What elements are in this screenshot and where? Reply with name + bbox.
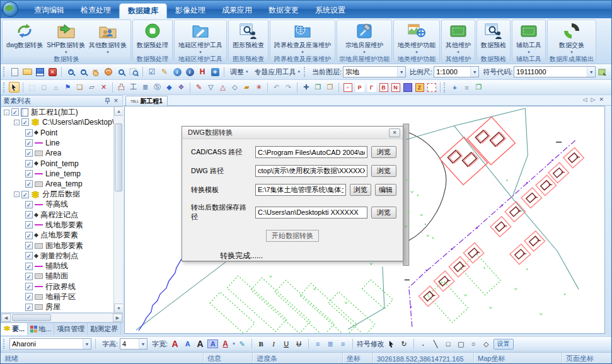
checkbox-checked[interactable]: ✓ [21,191,29,198]
tab-database-build[interactable]: 数据建库 [119,3,167,18]
tab-image-process[interactable]: 影像处理 [167,2,214,18]
list-view-icon[interactable]: ≡ [461,82,472,93]
save-icon[interactable] [34,66,45,77]
output-path-browse-button[interactable]: 浏览 [371,207,396,219]
tree-item-dataset[interactable]: -✓分层后数据 [1,189,122,199]
select-cursor-tool[interactable] [9,82,20,93]
scroll-left-icon[interactable]: ◀ [1,314,11,322]
checkbox-checked[interactable]: ✓ [25,170,33,178]
zoom-out-icon[interactable] [78,66,89,77]
toolbar-grip[interactable] [444,82,446,93]
tab-project-manage[interactable]: 项目管理 [54,323,88,335]
chevron-down-icon[interactable]: ▼ [470,67,478,77]
tree-item-layer[interactable]: ✓Point [1,128,122,138]
tab-query-edit[interactable]: 查询编辑 [26,2,72,18]
select-elements-icon[interactable]: ⬚ [26,82,37,93]
parcel-gamma-icon[interactable]: Γ [366,82,377,93]
delete-feature-icon[interactable]: ✕ [98,82,109,93]
tree-item-layer[interactable]: ✓Point_temp [1,158,122,168]
tree-horizontal-scrollbar[interactable]: ◀ ▶ [1,313,123,322]
align-center-icon[interactable]: ≣ [325,339,336,350]
dwg-path-browse-button[interactable]: 浏览 [371,165,396,177]
scroll-down-icon[interactable]: ▼ [114,304,124,313]
hatch-tool-icon[interactable]: ≣ [140,82,151,93]
tree-item-layer[interactable]: ✓行政界线 [1,282,122,292]
checkbox-checked[interactable]: ✓ [25,283,33,290]
tree-item-layer[interactable]: ✓测量控制点 [1,251,122,261]
start-convert-button[interactable]: 开始数据转换 [266,230,319,242]
move-tool-icon[interactable]: ✚ [301,82,311,93]
parcel-house-maintain-button[interactable]: 宗地房屋维护 ▾ [344,21,385,55]
tree-item-layer[interactable]: ✓点地形要素 [1,230,122,241]
other-maintain-button[interactable]: 其他维护 ▾ [444,21,473,55]
pick-cursor-icon[interactable] [386,339,397,350]
dwg-path-input[interactable] [255,165,367,177]
tree-item-layer[interactable]: ✓面地形要素 [1,241,122,251]
chevron-down-icon[interactable]: ▼ [139,339,147,349]
tree-item-layer[interactable]: ✓辅助面 [1,271,122,282]
symbol-s-tool-icon[interactable]: Ⓢ [152,82,163,93]
font-boxed-icon[interactable]: A [207,339,218,348]
draw-triangle-icon[interactable]: △ [217,82,228,93]
chevron-down-icon[interactable]: ▼ [83,339,91,349]
draw-rounded-rect-icon[interactable]: ▢ [456,339,466,350]
tab-system-settings[interactable]: 系统设置 [307,2,354,18]
apply-symbol-icon[interactable] [597,66,608,77]
tree-item-layer[interactable]: ✓房屋 [1,302,122,312]
collapse-icon[interactable]: - [14,120,20,125]
data-precheck-button[interactable]: 数据预检 [479,21,508,55]
checkbox-checked[interactable]: ✓ [11,108,19,116]
chevron-down-icon[interactable]: ▾ [233,341,235,346]
info-alt-icon[interactable]: i [184,66,195,77]
checkbox-tool-icon[interactable]: ☑ [146,66,158,77]
pin-icon[interactable] [103,96,112,105]
scroll-up-icon[interactable]: ▲ [114,106,124,116]
symbol-edit-button[interactable]: 符号修改 [357,339,384,349]
dialog-title-bar[interactable]: DWG数据转换 ✕ [182,127,403,139]
zoom-extent-icon[interactable] [103,66,114,77]
draw-line-icon[interactable]: ╲ [430,339,441,350]
bold-button[interactable]: B [256,339,267,350]
draw-triangle-down-icon[interactable]: ▽ [205,82,216,93]
tab-survey-boundary[interactable]: 勘测定界 [88,323,121,335]
flag-tool-icon[interactable]: ⚑ [62,82,73,93]
info-icon[interactable]: i [171,66,183,77]
tree-item-layer[interactable]: ✓等高线 [1,200,122,210]
tree-item-dataset[interactable]: -✓C:\Users\an\Desktop\廖桥 [1,117,122,127]
draw-point-icon[interactable]: · [418,339,429,350]
template-browse-button[interactable]: 浏览 [350,184,371,196]
checkbox-checked[interactable]: ✓ [25,221,33,229]
close-document-icon[interactable]: ✕ [47,66,58,77]
open-folder-icon[interactable] [21,66,33,77]
checkbox-checked[interactable]: ✓ [25,232,33,239]
tab-next-icon[interactable]: ▷ [591,96,596,103]
aux-tools-button[interactable]: 辅助工具 ▾ [514,21,543,55]
toolbar-grip[interactable] [3,67,6,77]
align-left-icon[interactable]: ≡ [313,339,323,350]
toolbar-grip[interactable] [304,67,306,77]
topic-tools-menu-button[interactable]: 专题应用工具▾ [252,66,303,78]
copy-feature-icon[interactable]: ❏ [74,82,85,93]
scale-combo[interactable]: 1:1000▼ [434,66,479,77]
format-brush-icon[interactable]: ✎ [237,339,248,350]
chevron-down-icon[interactable]: ▼ [397,67,405,77]
crossborder-check-button[interactable]: 跨界检查及座落维护 ▾ [272,21,333,55]
checkbox-checked[interactable]: ✓ [25,263,33,270]
checkbox-checked[interactable]: ✓ [25,201,33,208]
underline-button[interactable]: U [281,339,292,350]
checkbox-checked[interactable]: ✓ [25,273,33,280]
font-color-icon[interactable]: A [220,339,231,348]
tab-check-process[interactable]: 检查处理 [72,2,119,18]
checkbox-checked[interactable]: ✓ [25,160,33,168]
tree-item-layer[interactable]: ✓辅助线 [1,261,122,271]
tree-vertical-scrollbar[interactable]: ▲ ▼ [113,106,123,313]
tree-item-layer[interactable]: ✓线地形要素 [1,220,122,230]
h-annotation-icon[interactable]: H [197,66,208,77]
current-layer-combo[interactable]: 宗地▼ [343,66,406,77]
fill-blue-icon[interactable] [402,82,413,93]
chevron-down-icon[interactable]: ▼ [587,67,595,77]
shp-convert-button[interactable]: SHP数据转换 ▾ [45,21,87,55]
parcel-n-icon[interactable]: N [390,82,401,93]
template-edit-button[interactable]: 编辑 [375,184,396,196]
italic-button[interactable]: I [268,339,279,350]
